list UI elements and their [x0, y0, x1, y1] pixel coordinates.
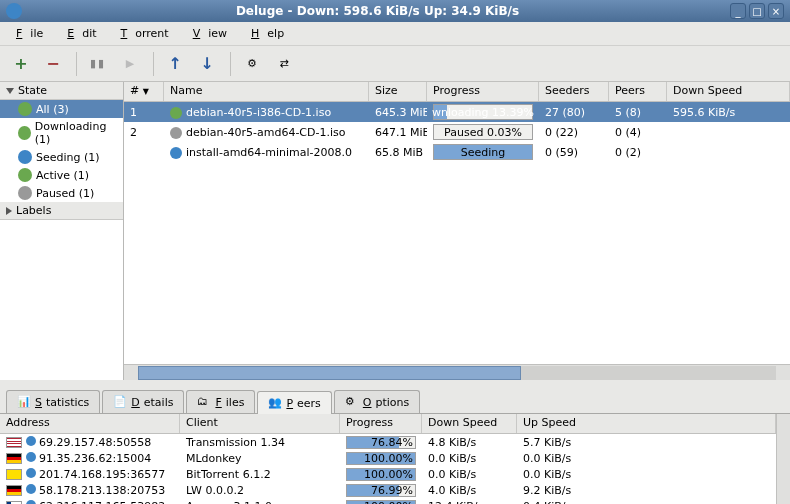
col-downspeed[interactable]: Down Speed: [667, 82, 790, 101]
peer-row[interactable]: 58.178.213.138:20753LW 0.0.0.276.99%4.0 …: [0, 482, 776, 498]
toolbar-separator: [230, 52, 231, 76]
seed-icon: [26, 468, 36, 478]
preferences-button[interactable]: ⚙: [237, 50, 267, 78]
peers-header: Address Client Progress Down Speed Up Sp…: [0, 414, 776, 434]
sidebar-item-2[interactable]: Seeding (1): [0, 148, 123, 166]
sidebar-item-label: Seeding (1): [36, 151, 100, 164]
toolbar: + − ▮▮ ▶ ↑ ↓ ⚙ ⇄: [0, 46, 790, 82]
remove-torrent-button[interactable]: −: [38, 50, 68, 78]
state-icon: [18, 150, 32, 164]
sidebar-item-label: All (3): [36, 103, 69, 116]
flag-icon: [6, 437, 22, 448]
flag-icon: [6, 485, 22, 496]
gear-icon: ⚙: [247, 57, 257, 70]
state-icon: [18, 168, 32, 182]
col-progress[interactable]: Progress: [427, 82, 539, 101]
close-button[interactable]: ×: [768, 3, 784, 19]
tab-options[interactable]: ⚙Options: [334, 390, 420, 413]
pcol-client[interactable]: Client: [180, 414, 340, 433]
flag-icon: [6, 469, 22, 480]
menu-edit[interactable]: Edit: [59, 25, 112, 42]
seed-icon: [26, 500, 36, 505]
sidebar-item-3[interactable]: Active (1): [0, 166, 123, 184]
menu-help[interactable]: Help: [243, 25, 300, 42]
sidebar-item-4[interactable]: Paused (1): [0, 184, 123, 202]
titlebar: Deluge - Down: 598.6 KiB/s Up: 34.9 KiB/…: [0, 0, 790, 22]
pcol-up[interactable]: Up Speed: [517, 414, 776, 433]
pcol-address[interactable]: Address: [0, 414, 180, 433]
torrent-state-icon: [170, 107, 182, 119]
col-size[interactable]: Size: [369, 82, 427, 101]
sidebar-item-label: Active (1): [36, 169, 89, 182]
menu-torrent[interactable]: Torrent: [113, 25, 185, 42]
queue-up-button[interactable]: ↑: [160, 50, 190, 78]
torrent-list-header: # ▼ Name Size Progress Seeders Peers Dow…: [124, 82, 790, 102]
horizontal-scrollbar[interactable]: [124, 364, 790, 380]
pcol-down[interactable]: Down Speed: [422, 414, 517, 433]
col-num[interactable]: # ▼: [124, 82, 164, 101]
options-icon: ⚙: [345, 395, 359, 409]
menu-view[interactable]: View: [185, 25, 243, 42]
torrent-row[interactable]: 2debian-40r5-amd64-CD-1.iso647.1 MiBPaus…: [124, 122, 790, 142]
pause-button[interactable]: ▮▮: [83, 50, 113, 78]
state-icon: [18, 126, 31, 140]
files-icon: 🗂: [197, 395, 211, 409]
menu-file[interactable]: File: [8, 25, 59, 42]
peer-row[interactable]: 62.216.117.165:53982Azureus 3.1.1.0100.0…: [0, 498, 776, 504]
peer-row[interactable]: 201.74.168.195:36577BitTorrent 6.1.2100.…: [0, 466, 776, 482]
details-icon: 📄: [113, 395, 127, 409]
torrent-state-icon: [170, 127, 182, 139]
connection-manager-button[interactable]: ⇄: [269, 50, 299, 78]
sidebar-labels-header[interactable]: Labels: [0, 202, 123, 220]
pcol-progress[interactable]: Progress: [340, 414, 422, 433]
vertical-scrollbar[interactable]: [776, 414, 790, 504]
queue-down-button[interactable]: ↓: [192, 50, 222, 78]
window-title: Deluge - Down: 598.6 KiB/s Up: 34.9 KiB/…: [236, 4, 519, 18]
flag-icon: [6, 453, 22, 464]
maximize-button[interactable]: □: [749, 3, 765, 19]
tab-details[interactable]: 📄Details: [102, 390, 184, 413]
scrollbar-thumb[interactable]: [138, 366, 521, 380]
sidebar-item-0[interactable]: All (3): [0, 100, 123, 118]
peers-icon: 👥: [268, 396, 282, 410]
toolbar-separator: [76, 52, 77, 76]
network-icon: ⇄: [279, 57, 288, 70]
tab-peers[interactable]: 👥Peers: [257, 391, 331, 414]
torrent-row[interactable]: install-amd64-minimal-2008.065.8 MiBSeed…: [124, 142, 790, 162]
detail-tabs: 📊Statistics 📄Details 🗂Files 👥Peers ⚙Opti…: [0, 386, 790, 414]
resume-button[interactable]: ▶: [115, 50, 145, 78]
peers-panel: Address Client Progress Down Speed Up Sp…: [0, 414, 790, 504]
seed-icon: [26, 436, 36, 446]
peer-row[interactable]: 91.35.236.62:15004MLdonkey100.00%0.0 KiB…: [0, 450, 776, 466]
tab-files[interactable]: 🗂Files: [186, 390, 255, 413]
torrent-row[interactable]: 1debian-40r5-i386-CD-1.iso645.3 MiBwnloa…: [124, 102, 790, 122]
col-seeders[interactable]: Seeders: [539, 82, 609, 101]
sidebar-item-1[interactable]: Downloading (1): [0, 118, 123, 148]
app-icon: [6, 3, 22, 19]
sidebar: State All (3)Downloading (1)Seeding (1)A…: [0, 82, 124, 380]
torrent-list: # ▼ Name Size Progress Seeders Peers Dow…: [124, 82, 790, 380]
col-name[interactable]: Name: [164, 82, 369, 101]
sidebar-item-label: Paused (1): [36, 187, 94, 200]
seed-icon: [26, 452, 36, 462]
add-torrent-button[interactable]: +: [6, 50, 36, 78]
state-icon: [18, 102, 32, 116]
minimize-button[interactable]: _: [730, 3, 746, 19]
peer-row[interactable]: 69.29.157.48:50558Transmission 1.3476.84…: [0, 434, 776, 450]
sidebar-state-header[interactable]: State: [0, 82, 123, 100]
seed-icon: [26, 484, 36, 494]
state-icon: [18, 186, 32, 200]
col-peers[interactable]: Peers: [609, 82, 667, 101]
menubar: File Edit Torrent View Help: [0, 22, 790, 46]
sidebar-item-label: Downloading (1): [35, 120, 117, 146]
stats-icon: 📊: [17, 395, 31, 409]
toolbar-separator: [153, 52, 154, 76]
tab-statistics[interactable]: 📊Statistics: [6, 390, 100, 413]
torrent-state-icon: [170, 147, 182, 159]
